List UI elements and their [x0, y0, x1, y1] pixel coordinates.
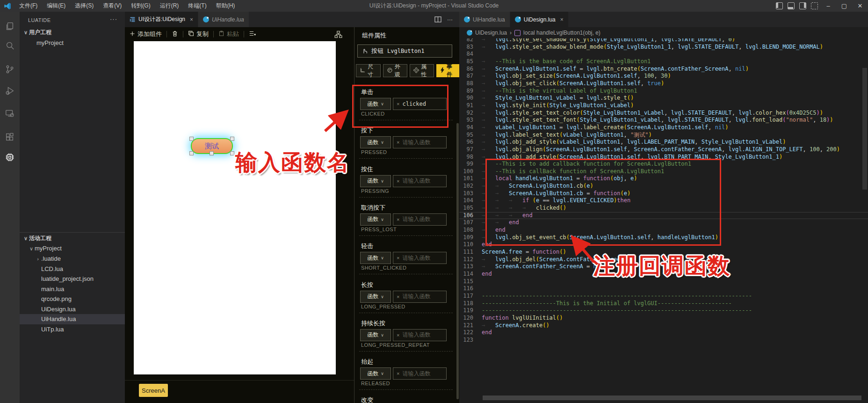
menu-item[interactable]: 帮助(H) — [212, 1, 239, 11]
function-name-input[interactable]: ×请输入函数 — [393, 213, 447, 226]
more-actions-icon[interactable]: ··· — [447, 16, 453, 23]
layout-sidebar-icon[interactable] — [776, 2, 783, 9]
code-token: ScreenA.LvglButton1.self — [627, 124, 708, 131]
tab-ui-designer[interactable]: UI设计器:UiDesign × — [125, 12, 198, 27]
selection-handle[interactable] — [230, 151, 234, 155]
clear-icon[interactable]: × — [397, 217, 399, 222]
section-active-project[interactable]: ∨活动工程 — [20, 233, 125, 243]
code-token: , — [641, 80, 647, 87]
sidebar-item-active-myproject[interactable]: ∨myProject — [20, 243, 125, 254]
toolbar-delete-button[interactable] — [167, 30, 183, 38]
menu-item[interactable]: 终端(T) — [184, 1, 210, 11]
split-editor-icon[interactable] — [434, 16, 441, 23]
layout-secondary-icon[interactable] — [799, 2, 806, 9]
chip-icon[interactable] — [0, 149, 20, 165]
tab-uihandle[interactable]: UiHandle.lua — [459, 12, 510, 27]
design-canvas[interactable]: 测试 — [134, 41, 336, 374]
code-token: "normal" — [786, 117, 813, 123]
remote-device-icon[interactable] — [0, 105, 20, 121]
selection-handle[interactable] — [210, 151, 214, 155]
extensions-icon[interactable] — [0, 130, 20, 146]
minimize-button[interactable]: – — [820, 0, 836, 12]
lvgl-button-label: 测试 — [205, 142, 219, 151]
function-name-input[interactable]: ×请输入函数 — [393, 136, 447, 148]
clear-icon[interactable]: × — [397, 255, 399, 261]
function-type-dropdown[interactable]: 函数∨ — [360, 291, 391, 303]
clear-icon[interactable]: × — [397, 139, 399, 145]
selection-handle[interactable] — [189, 151, 194, 155]
menu-item[interactable]: 查看(V) — [99, 1, 126, 11]
sidebar-luatide: LUATIDE ··· ∨用户工程 myProject ∨活动工程 ∨myPro… — [20, 12, 125, 403]
function-type-dropdown[interactable]: 函数∨ — [360, 252, 391, 264]
toolbar-add-component-button[interactable]: 添加组件 — [125, 30, 166, 38]
sidebar-file-UiTplua[interactable]: UiTp.lua — [20, 324, 125, 335]
sidebar-item-user-myproject[interactable]: myProject — [20, 38, 125, 48]
prop-tab-属性[interactable]: 属性 — [410, 64, 434, 77]
function-type-dropdown[interactable]: 函数∨ — [360, 367, 391, 380]
sidebar-file-LCDlua[interactable]: LCD.lua — [20, 264, 125, 274]
menu-item[interactable]: 文件(F) — [15, 1, 42, 11]
prop-tab-外观[interactable]: 外观 — [383, 64, 408, 77]
layout-panel-icon[interactable] — [788, 2, 795, 9]
close-button[interactable]: ✕ — [852, 0, 868, 12]
breadcrumb-file[interactable]: UiDesign.lua — [475, 29, 507, 36]
more-actions-icon[interactable]: ··· — [110, 15, 117, 22]
selection-handle[interactable] — [189, 137, 194, 141]
tab-uidesign[interactable]: UiDesign.lua × — [510, 12, 569, 27]
function-name-input[interactable]: ×请输入函数 — [393, 367, 447, 380]
function-type-dropdown[interactable]: 函数∨ — [360, 136, 391, 148]
prop-tab-尺寸[interactable]: 尺寸 — [356, 64, 381, 77]
clear-icon[interactable]: × — [397, 371, 399, 376]
close-icon[interactable]: × — [190, 16, 193, 23]
explorer-icon[interactable] — [0, 18, 20, 34]
menu-item[interactable]: 运行(R) — [156, 1, 183, 11]
search-icon[interactable] — [0, 37, 20, 53]
toolbar-menu-button[interactable] — [244, 30, 260, 38]
code-editor-group: UiHandle.lua UiDesign.lua × UiDesign.lua… — [459, 12, 868, 403]
menu-item[interactable]: 选择(S) — [71, 1, 98, 11]
function-type-dropdown[interactable]: 函数∨ — [360, 175, 391, 187]
code-token: 100 — [810, 146, 820, 153]
sidebar-file-UiHandlelua[interactable]: UiHandle.lua — [20, 314, 125, 324]
clear-icon[interactable]: × — [397, 294, 399, 300]
function-name-input[interactable]: ×请输入函数 — [393, 291, 447, 303]
tab-uihandle-preview[interactable]: UiHandle.lua — [198, 12, 249, 27]
vertical-scrollbar[interactable] — [862, 68, 867, 190]
code-token: () — [556, 315, 563, 321]
selected-component-box[interactable]: 按钮 LvglButton1 — [357, 44, 452, 58]
code-token: true — [647, 80, 661, 87]
toolbar-copy-button[interactable]: 复制 — [183, 30, 213, 38]
code-token: label_create — [583, 124, 624, 131]
breadcrumb-symbol[interactable]: local handleLvglButton1(obj, e) — [523, 29, 600, 36]
clear-icon[interactable]: × — [397, 332, 399, 338]
toolbar-paste-button[interactable]: 粘贴 — [214, 30, 244, 38]
sidebar-file-qrcodepng[interactable]: qrcode.png — [20, 294, 125, 304]
sidebar-file-luatide[interactable]: ›.luatide — [20, 254, 125, 264]
menu-item[interactable]: 转到(G) — [127, 1, 154, 11]
prop-tab-事件[interactable]: 事件 — [436, 64, 459, 77]
lvgl-button-widget[interactable]: 测试 — [191, 138, 233, 154]
close-icon[interactable]: × — [560, 16, 564, 23]
panel-scrollbar[interactable] — [456, 123, 459, 399]
section-user-project[interactable]: ∨用户工程 — [20, 27, 125, 37]
function-type-dropdown[interactable]: 函数∨ — [360, 213, 391, 226]
clear-icon[interactable]: × — [397, 178, 399, 184]
horizontal-scrollbar[interactable] — [483, 396, 861, 400]
selection-handle[interactable] — [230, 137, 234, 141]
function-type-dropdown[interactable]: 函数∨ — [360, 329, 391, 341]
screen-tab[interactable]: ScreenA — [139, 384, 168, 397]
sidebar-file-luatide_projectjson[interactable]: luatide_project.json — [20, 274, 125, 284]
sidebar-file-mainlua[interactable]: main.lua — [20, 284, 125, 294]
maximize-button[interactable]: ▢ — [836, 0, 852, 12]
menu-item[interactable]: 编辑(E) — [43, 1, 70, 11]
sidebar-file-UiDesignlua[interactable]: UiDesign.lua — [20, 304, 125, 315]
function-name-input[interactable]: ×请输入函数 — [393, 175, 447, 187]
source-control-icon[interactable] — [0, 61, 20, 77]
function-name-input[interactable]: ×请输入函数 — [393, 252, 447, 264]
breadcrumb[interactable]: UiDesign.lua › local handleLvglButton1(o… — [459, 27, 868, 38]
component-tree-icon[interactable] — [334, 30, 342, 38]
run-debug-icon[interactable] — [0, 83, 20, 99]
customize-layout-icon[interactable] — [811, 2, 818, 9]
function-name-input[interactable]: ×请输入函数 — [393, 329, 447, 341]
dropdown-label: 函数 — [367, 331, 378, 339]
